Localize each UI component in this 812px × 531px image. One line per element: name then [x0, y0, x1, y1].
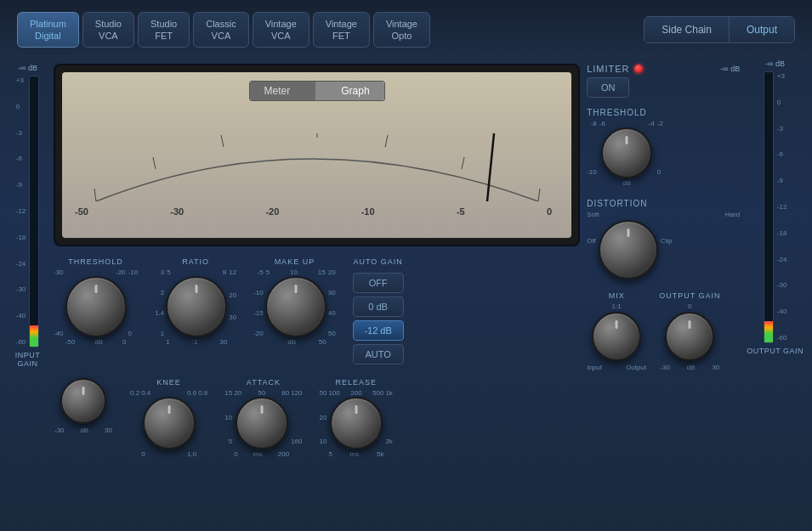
knee-label: KNEE — [156, 378, 181, 387]
preset-tab-studio-fet[interactable]: StudioFET — [138, 12, 190, 48]
vu-arc-svg — [71, 133, 563, 201]
output-meter-bar — [764, 71, 774, 343]
svg-line-7 — [487, 133, 494, 201]
release-knob[interactable] — [330, 397, 383, 449]
vu-display: Meter Graph -50 -30 -20 -10 -5 0 — [54, 64, 580, 246]
output-button[interactable]: Output — [730, 17, 794, 42]
output-gain-label: OUTPUT GAIN — [659, 291, 720, 300]
preset-tab-platinum-digital[interactable]: PlatinumDigital — [17, 12, 79, 48]
distortion-knob[interactable] — [599, 220, 658, 280]
output-gain-knob[interactable] — [665, 312, 714, 361]
output-gain-control: OUTPUT GAIN 0 -30 dB 30 — [659, 291, 720, 371]
svg-line-6 — [538, 189, 540, 201]
distortion-label: DISTORTION — [587, 199, 740, 208]
release-label: RELEASE — [335, 378, 377, 387]
output-meter-fill — [764, 321, 773, 342]
sidechain-button[interactable]: Side Chain — [644, 17, 730, 42]
input-gain-control: -30 dB 30 — [54, 378, 113, 434]
right-panel: LIMITER -∞ dB ON THRESHOLD -8 -10 — [587, 59, 740, 523]
vu-inner: Meter Graph -50 -30 -20 -10 -5 0 — [62, 72, 571, 238]
right-threshold-section: THRESHOLD -8 -10 -6 -4 dB — [587, 108, 740, 187]
graph-tab[interactable]: Graph — [315, 82, 384, 100]
limiter-on-button[interactable]: ON — [587, 77, 629, 98]
auto-gain-off-btn[interactable]: OFF — [353, 273, 404, 293]
ratio-label: RATIO — [182, 257, 209, 266]
ratio-knob[interactable] — [166, 276, 227, 337]
svg-line-1 — [153, 157, 156, 169]
preset-tab-vintage-fet[interactable]: VintageFET — [313, 12, 370, 48]
output-gain-section-label: OUTPUT GAIN — [747, 347, 803, 355]
auto-gain-minus12db-btn[interactable]: -12 dB — [353, 320, 404, 341]
main-container: PlatinumDigital StudioVCA StudioFET Clas… — [0, 0, 812, 531]
top-right-buttons: Side Chain Output — [644, 16, 795, 43]
input-gain-knob[interactable] — [60, 378, 106, 424]
svg-line-0 — [94, 189, 96, 201]
top-bar: PlatinumDigital StudioVCA StudioFET Clas… — [0, 0, 812, 59]
svg-line-2 — [221, 135, 224, 147]
knee-knob[interactable] — [143, 397, 196, 449]
preset-tab-classic-vca[interactable]: ClassicVCA — [193, 12, 248, 48]
content-area: -∞ dB +3 0 -3 -6 -9 -12 -18 -24 -30 -40 … — [0, 59, 812, 531]
middle-area: Meter Graph -50 -30 -20 -10 -5 0 — [54, 59, 580, 523]
svg-line-4 — [385, 135, 388, 147]
mix-output-row: MIX 1:1 Input Output OUTPUT GAIN 0 — [587, 291, 740, 371]
limiter-value: -∞ dB — [720, 65, 740, 73]
input-meter-bar — [29, 76, 39, 347]
makeup-label: MAKE UP — [275, 257, 315, 266]
preset-tab-vintage-opto[interactable]: VintageOpto — [373, 12, 430, 48]
limiter-led — [634, 65, 643, 73]
auto-gain-label: AUTO GAIN — [353, 257, 402, 266]
limiter-label: LIMITER — [587, 64, 629, 74]
controls-area: THRESHOLD -30 -40 -20 — [54, 253, 580, 369]
svg-line-5 — [462, 157, 464, 169]
makeup-control: MAKE UP -5 -10 -15 -20 5 10 15 — [253, 257, 335, 346]
threshold-knob[interactable] — [65, 276, 127, 337]
attack-control: ATTACK 15 10 5 20 50 80 — [224, 378, 302, 458]
makeup-knob[interactable] — [265, 276, 327, 337]
preset-tab-vintage-vca[interactable]: VintageVCA — [253, 12, 309, 48]
vu-scale-labels: -50 -30 -20 -10 -5 0 — [71, 206, 563, 217]
limiter-section: LIMITER -∞ dB ON — [587, 64, 740, 98]
vu-scale-area: -50 -30 -20 -10 -5 0 — [71, 206, 563, 217]
auto-gain-section: AUTO GAIN OFF 0 dB -12 dB AUTO — [353, 257, 404, 364]
auto-gain-0db-btn[interactable]: 0 dB — [353, 297, 404, 317]
distortion-section: DISTORTION Soft Hard Off Clip — [587, 199, 740, 280]
output-meter-value: -∞ dB — [765, 59, 785, 68]
right-threshold-knob[interactable] — [601, 127, 652, 178]
mix-knob[interactable] — [592, 312, 641, 361]
mix-label: MIX — [609, 291, 625, 300]
vu-meter-tabs: Meter Graph — [249, 81, 385, 101]
mix-control: MIX 1:1 Input Output — [587, 291, 646, 371]
input-scale-col: +3 0 -3 -6 -9 -12 -18 -24 -30 -40 -60 — [16, 76, 26, 347]
preset-tab-studio-vca[interactable]: StudioVCA — [82, 12, 134, 48]
preset-tabs: PlatinumDigital StudioVCA StudioFET Clas… — [17, 12, 430, 48]
attack-knob[interactable] — [236, 397, 288, 449]
ratio-control: RATIO 3 2 1.4 1 5 8 — [155, 257, 236, 346]
input-gain-section-label: INPUT GAIN — [9, 351, 47, 368]
bottom-controls-area: -30 dB 30 KNEE 0.2 0.4 — [54, 374, 580, 462]
input-meter-value: -∞ dB — [18, 64, 37, 72]
knee-control: KNEE 0.2 0.4 0.6 0 — [130, 378, 207, 458]
auto-gain-auto-btn[interactable]: AUTO — [353, 344, 404, 364]
release-control: RELEASE 50 20 10 100 200 500 — [320, 378, 393, 458]
attack-label: ATTACK — [247, 378, 281, 387]
input-meter-fill — [30, 325, 38, 347]
right-threshold-label: THRESHOLD — [587, 108, 740, 117]
output-scale-col: +3 0 -3 -6 -9 -12 -18 -24 -30 -40 -60 — [777, 71, 787, 343]
meter-tab[interactable]: Meter — [249, 82, 316, 100]
left-input-meter: -∞ dB +3 0 -3 -6 -9 -12 -18 -24 -30 -40 … — [9, 59, 47, 523]
right-output-meter: -∞ dB +3 0 -3 -6 -9 -12 -18 -24 -30 -40 … — [747, 59, 803, 523]
threshold-label: THRESHOLD — [68, 257, 123, 266]
threshold-control: THRESHOLD -30 -40 -20 — [54, 257, 138, 346]
